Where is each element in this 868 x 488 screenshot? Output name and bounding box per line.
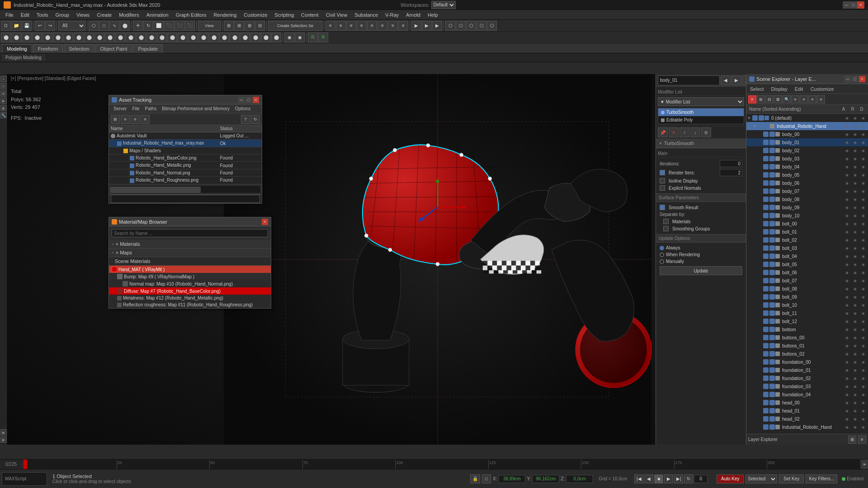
transform4-btn[interactable]: ⬛ xyxy=(185,21,195,31)
tb2-16[interactable]: ⬤ xyxy=(157,33,167,42)
tb2-11[interactable]: ⬤ xyxy=(105,33,115,42)
mod-move-up-btn[interactable]: ↑ xyxy=(679,127,689,137)
se-col-indicator[interactable]: ◉ xyxy=(859,385,867,389)
loop-btn[interactable]: ↻ xyxy=(684,474,693,483)
se-col-indicator[interactable]: ◉ xyxy=(851,238,859,242)
mat-normal-map[interactable]: Normal map: Map #10 (Robotic_Hand_Normal… xyxy=(109,280,271,287)
render2-btn[interactable]: ▶ xyxy=(422,21,432,31)
asset-scroll-thumb[interactable] xyxy=(110,187,201,193)
lasso-btn[interactable]: ∿ xyxy=(109,21,119,31)
select-region-btn[interactable]: □ xyxy=(99,21,109,31)
se-col-indicator[interactable]: ◉ xyxy=(851,132,859,136)
menu-arnold[interactable]: Arnold xyxy=(402,11,424,19)
se-col-indicator[interactable]: ◉ xyxy=(843,238,851,242)
se-col-indicator[interactable]: ◉ xyxy=(843,344,851,348)
se-tree-item[interactable]: ▼Industrial_Robotic_Hand◉◉◉ xyxy=(746,122,868,130)
se-col-indicator[interactable]: ◉ xyxy=(859,263,867,267)
se-tree-item[interactable]: head_01◉◉◉ xyxy=(746,407,868,415)
se-col-indicator[interactable]: ◉ xyxy=(851,360,859,364)
se-col-indicator[interactable]: ◉ xyxy=(851,246,859,250)
mod-prev-btn[interactable]: ◀ xyxy=(721,75,731,85)
se-col-indicator[interactable]: ◉ xyxy=(851,206,859,210)
se-col-indicator[interactable]: ◉ xyxy=(851,116,859,120)
se-col-indicator[interactable]: ◉ xyxy=(843,165,851,169)
se-col-indicator[interactable]: ◉ xyxy=(843,376,851,380)
se-col-indicator[interactable]: ◉ xyxy=(851,141,859,145)
se-col-indicator[interactable]: ◉ xyxy=(859,157,867,161)
se-col-indicator[interactable]: ◉ xyxy=(851,279,859,283)
se-col-indicator[interactable]: ◉ xyxy=(843,132,851,136)
menu-animation[interactable]: Animation xyxy=(143,11,172,19)
visibility-eye-icon[interactable] xyxy=(763,392,769,397)
render-eye-icon[interactable] xyxy=(769,180,775,186)
se-min-btn[interactable]: ─ xyxy=(844,76,851,82)
move-btn[interactable]: ✛ xyxy=(133,21,143,31)
render-btn[interactable]: ▶ xyxy=(411,21,421,31)
se-col-indicator[interactable]: ◉ xyxy=(843,311,851,315)
frame-input[interactable] xyxy=(694,475,708,483)
se-col-indicator[interactable]: ◉ xyxy=(843,385,851,389)
render-iters-check[interactable] xyxy=(660,170,665,175)
se-col-indicator[interactable]: ◉ xyxy=(859,206,867,210)
se-col-indicator[interactable]: ◉ xyxy=(851,263,859,267)
render-eye-icon[interactable] xyxy=(769,302,775,308)
se-col-indicator[interactable]: ◉ xyxy=(843,368,851,372)
se-tree-item[interactable]: head_00◉◉◉ xyxy=(746,399,868,407)
se-tree-item[interactable]: foundation_00◉◉◉ xyxy=(746,358,868,366)
visibility-eye-icon[interactable] xyxy=(763,180,769,186)
tb2-3[interactable]: ⬤ xyxy=(22,33,32,42)
set-key-btn[interactable]: Set Key xyxy=(779,474,804,483)
render-eye-icon[interactable] xyxy=(769,351,775,357)
se-tree-item[interactable]: bolt_04◉◉◉ xyxy=(746,252,868,260)
sidebar-utilities-icon[interactable]: 🔧 xyxy=(0,112,7,118)
se-tb2[interactable]: ⊞ xyxy=(757,95,765,103)
tb2-10[interactable]: ⬤ xyxy=(94,33,104,42)
render-eye-icon[interactable] xyxy=(769,416,775,422)
visibility-eye-icon[interactable] xyxy=(763,343,769,348)
visibility-eye-icon[interactable] xyxy=(763,197,769,202)
save-btn[interactable]: 💾 xyxy=(22,21,32,31)
se-col-indicator[interactable]: ◉ xyxy=(859,368,867,372)
se-col-indicator[interactable]: ◉ xyxy=(851,157,859,161)
se-tree-item[interactable]: body_00◉◉◉ xyxy=(746,130,868,138)
tb2-25[interactable]: ⬤ xyxy=(250,33,260,42)
next-frame-btn[interactable]: ▶| xyxy=(674,474,683,483)
se-col-indicator[interactable]: ◉ xyxy=(843,246,851,250)
tb2-21[interactable]: ⬤ xyxy=(209,33,219,42)
tb2-17[interactable]: ⬤ xyxy=(167,33,177,42)
se-col-indicator[interactable]: ◉ xyxy=(843,295,851,299)
viewport-lock-btn[interactable]: □ xyxy=(482,474,491,483)
visibility-eye-icon[interactable] xyxy=(763,270,769,275)
asset-max-btn[interactable]: □ xyxy=(245,97,252,103)
se-tree-item[interactable]: buttons_00◉◉◉ xyxy=(746,333,868,342)
se-tree-item[interactable]: buttons_02◉◉◉ xyxy=(746,350,868,358)
visibility-eye-icon[interactable] xyxy=(763,302,769,308)
sidebar-motion-icon[interactable]: ▶ xyxy=(0,98,7,104)
x-coord-field[interactable]: 38,89cm xyxy=(498,475,525,483)
se-col-indicator[interactable]: ◉ xyxy=(851,271,859,275)
render-eye-icon[interactable] xyxy=(769,205,775,210)
mod-item-turbosmooth[interactable]: TurboSmooth xyxy=(658,108,744,116)
asset-row[interactable]: Industrial_Robotic_Hand_max_vray.maxOk xyxy=(109,140,262,147)
y-coord-field[interactable]: 96,162cm xyxy=(532,475,559,483)
se-tree-item[interactable]: bolt_10◉◉◉ xyxy=(746,301,868,309)
se-tree-item[interactable]: bolt_02◉◉◉ xyxy=(746,236,868,244)
lock-btn[interactable]: 🔒 xyxy=(470,474,480,483)
render-eye-icon[interactable] xyxy=(769,424,775,430)
render-eye-icon[interactable] xyxy=(769,392,775,397)
se-footer-btn1[interactable]: ⊞ xyxy=(848,436,856,444)
se-col-indicator[interactable]: ◉ xyxy=(843,116,851,120)
se-col-indicator[interactable]: ◉ xyxy=(851,311,859,315)
visibility-eye-icon[interactable] xyxy=(763,384,769,389)
render3-btn[interactable]: ▶ xyxy=(432,21,442,31)
when-rendering-radio[interactable] xyxy=(660,253,664,257)
always-radio[interactable] xyxy=(660,246,664,250)
se-col-indicator[interactable]: ◉ xyxy=(859,271,867,275)
se-col-indicator[interactable]: ◉ xyxy=(851,295,859,299)
tb2-27[interactable]: ⬤ xyxy=(271,33,281,42)
se-col-indicator[interactable]: ◉ xyxy=(851,181,859,185)
se-col-indicator[interactable]: ◉ xyxy=(843,141,851,145)
se-tree-item[interactable]: body_10◉◉◉ xyxy=(746,211,868,220)
se-col-indicator[interactable]: ◉ xyxy=(859,417,867,421)
update-button[interactable]: Update xyxy=(660,266,742,275)
